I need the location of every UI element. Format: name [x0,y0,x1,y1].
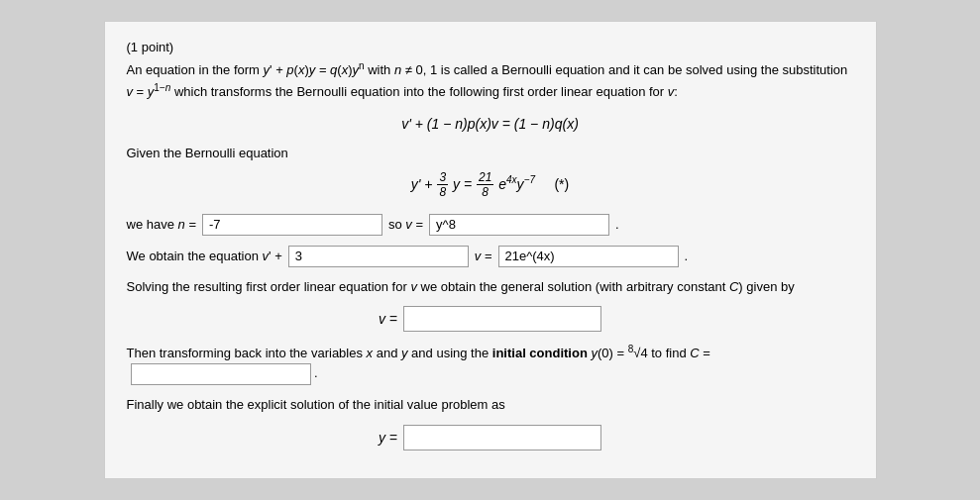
so-v-label: so v = [388,217,423,232]
transform-paragraph: Then transforming back into the variable… [127,342,854,385]
v-eq-label: v = [475,249,492,263]
point-label: (1 point) [127,40,854,54]
y-equals-label: y = [379,430,397,446]
linear-equation-display: v' + (1 − n)p(x)v = (1 − n)q(x) [127,116,854,132]
period-2: . [685,249,689,263]
y-answer-input[interactable] [403,425,601,450]
period-1: . [615,217,619,232]
intro-paragraph: An equation in the form y' + p(x)y = q(x… [127,58,854,102]
c-answer-input[interactable] [131,363,311,385]
n-v-row: we have n = so v = . [127,214,854,236]
v-answer-input[interactable] [403,306,601,332]
v-rhs-input[interactable] [498,246,679,267]
v-answer-row: v = [127,306,854,332]
coeff-input[interactable] [288,246,469,267]
n-label: we have n = [127,217,197,232]
obtain-label: We obtain the equation v' + [127,249,282,263]
v-equals-label: v = [379,311,397,327]
v-input[interactable] [429,214,609,236]
bernoulli-equation-display: y' + 3 8 y = 21 8 e4xy−7 (*) [127,170,854,200]
y-answer-row: y = [127,425,854,450]
main-card: (1 point) An equation in the form y' + p… [104,21,877,478]
n-input[interactable] [202,214,382,236]
given-label: Given the Bernoulli equation [127,146,854,160]
obtain-equation-row: We obtain the equation v' + v = . [127,246,854,267]
finally-paragraph: Finally we obtain the explicit solution … [127,395,854,415]
solve-paragraph: Solving the resulting first order linear… [127,277,854,297]
